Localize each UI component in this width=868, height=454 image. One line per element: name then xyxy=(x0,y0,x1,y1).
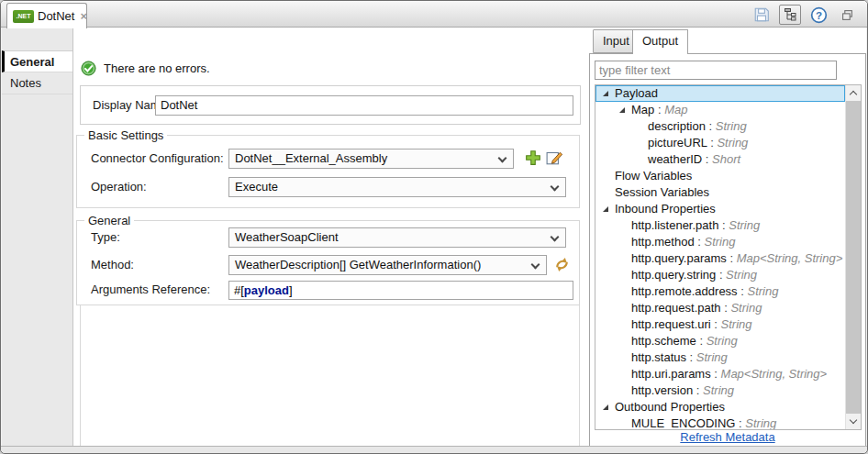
add-configuration-button[interactable] xyxy=(525,149,541,166)
type-separator: : xyxy=(727,251,737,265)
tree-item-name: http.listener.path xyxy=(631,218,718,232)
type-separator: : xyxy=(702,152,712,166)
method-select[interactable]: WeatherDescription[] GetWeatherInformati… xyxy=(228,255,547,275)
expand-arrow-icon[interactable] xyxy=(603,201,615,217)
tree-item-name: http.request.path xyxy=(631,301,721,315)
operation-select[interactable]: Execute xyxy=(228,177,566,197)
type-separator: : xyxy=(707,136,718,149)
app-window: .NET DotNet × xyxy=(0,0,868,454)
tree-item-http-listener-path[interactable]: http.listener.path : String xyxy=(595,217,845,234)
tree-item-flow-variables[interactable]: Flow Variables xyxy=(595,168,845,184)
tree-item-outbound-properties[interactable]: Outbound Properties xyxy=(595,399,845,415)
sidebar-item-notes[interactable]: Notes xyxy=(2,72,72,94)
chevron-down-icon xyxy=(551,233,560,242)
tree-item-type: String xyxy=(721,317,752,331)
tree-item-http-status[interactable]: http.status : String xyxy=(595,349,845,366)
tree-item-name: http.query.string xyxy=(631,268,716,282)
refresh-metadata-link[interactable]: Refresh Metadata xyxy=(680,430,774,444)
tree-item-http-query-params[interactable]: http.query.params : Map<String, String> xyxy=(595,250,845,267)
tree-item-http-request-path[interactable]: http.request.path : String xyxy=(595,300,845,316)
tree-item-http-query-string[interactable]: http.query.string : String xyxy=(595,267,845,283)
type-separator: : xyxy=(711,317,721,331)
edit-icon xyxy=(546,149,563,166)
edit-configuration-button[interactable] xyxy=(546,149,563,166)
scroll-up-icon[interactable] xyxy=(846,85,861,101)
expression-prefix: #[ xyxy=(234,283,244,297)
tree-scrollbar[interactable] xyxy=(845,85,861,429)
save-button[interactable] xyxy=(751,5,773,25)
tree-item-payload[interactable]: Payload xyxy=(595,85,845,102)
tree-item-type: Map<String, String> xyxy=(737,251,843,265)
type-separator: : xyxy=(711,367,721,381)
display-name-input[interactable] xyxy=(155,95,573,116)
tree-item-http-uri-params[interactable]: http.uri.params : Map<String, String> xyxy=(595,366,845,382)
tree-item-name: http.version xyxy=(631,383,693,397)
tree-item-http-method[interactable]: http.method : String xyxy=(595,234,845,250)
status-message: There are no errors. xyxy=(104,61,210,75)
tree-item-name: http.method xyxy=(631,235,695,249)
restore-window-button[interactable] xyxy=(836,5,858,25)
section-sidebar: GeneralNotes xyxy=(2,28,73,446)
tree-item-http-request-uri[interactable]: http.request.uri : String xyxy=(595,316,845,333)
type-separator: : xyxy=(738,284,748,298)
tree-item-http-remote-address[interactable]: http.remote.address : String xyxy=(595,283,845,300)
tree-item-name: Outbound Properties xyxy=(615,400,725,414)
metadata-panel-content: PayloadMap : Mapdescription : Stringpict… xyxy=(589,53,866,450)
tree-item-pictureurl[interactable]: pictureURL : String xyxy=(595,135,845,151)
tree-item-name: Flow Variables xyxy=(615,169,692,183)
tree-view-toggle-button[interactable] xyxy=(779,5,801,25)
tree-item-name: http.status xyxy=(631,350,686,364)
expand-arrow-icon[interactable] xyxy=(603,399,615,415)
tree-item-session-variables[interactable]: Session Variables xyxy=(595,184,845,201)
tree-item-name: http.scheme xyxy=(631,334,696,348)
restore-window-icon xyxy=(841,9,853,21)
tree-item-inbound-properties[interactable]: Inbound Properties xyxy=(595,201,845,217)
type-separator: : xyxy=(693,383,703,397)
operation-value: Execute xyxy=(235,180,278,194)
arguments-reference-input[interactable]: #[payload] xyxy=(228,281,573,300)
type-label: Type: xyxy=(91,230,120,244)
sidebar-item-general[interactable]: General xyxy=(2,50,72,72)
status-row: There are no errors. xyxy=(81,61,210,76)
tree-item-name: Session Variables xyxy=(615,185,709,199)
close-tab-icon[interactable]: × xyxy=(80,11,87,22)
chevron-down-icon xyxy=(498,154,507,163)
expand-arrow-icon[interactable] xyxy=(603,85,615,102)
view-toolbar: ? xyxy=(751,4,858,26)
refresh-methods-button[interactable] xyxy=(553,256,571,273)
method-value: WeatherDescription[] GetWeatherInformati… xyxy=(235,258,481,271)
expand-arrow-icon[interactable] xyxy=(619,102,631,118)
tree-item-type: Map<String, String> xyxy=(721,367,828,381)
general-group: General Type: WeatherSoapClient Method: … xyxy=(76,220,580,305)
tree-item-type: String xyxy=(707,334,738,348)
tree-item-type: String xyxy=(747,284,778,298)
editor-tab-dotnet[interactable]: .NET DotNet × xyxy=(6,3,87,28)
expression-body: payload xyxy=(244,283,289,297)
metadata-panel: Input Output PayloadMap : Mapdescription… xyxy=(589,29,866,450)
help-button[interactable]: ? xyxy=(807,5,829,25)
arguments-reference-label: Arguments Reference: xyxy=(91,282,210,296)
type-select[interactable]: WeatherSoapClient xyxy=(228,227,566,248)
tree-item-name: http.request.uri xyxy=(631,317,711,331)
tree-item-mule-encoding[interactable]: MULE_ENCODING : String xyxy=(595,415,845,429)
connector-configuration-select[interactable]: DotNet__External_Assembly xyxy=(228,149,514,169)
tree-item-name: Inbound Properties xyxy=(615,202,716,216)
metadata-filter-input[interactable] xyxy=(595,61,837,80)
tab-output[interactable]: Output xyxy=(632,29,688,54)
tree-item-name: Map xyxy=(631,103,654,116)
tree-item-type: String xyxy=(716,119,747,133)
basic-settings-group: Basic Settings Connector Configuration: … xyxy=(76,135,580,208)
tree-item-map[interactable]: Map : Map xyxy=(595,102,845,118)
type-separator: : xyxy=(686,350,696,364)
metadata-tree: PayloadMap : Mapdescription : Stringpict… xyxy=(595,84,862,430)
tree-item-description[interactable]: description : String xyxy=(595,118,845,135)
tree-item-http-version[interactable]: http.version : String xyxy=(595,382,845,399)
tree-item-type: String xyxy=(705,235,736,249)
type-separator: : xyxy=(721,301,731,315)
tree-item-name: http.query.params xyxy=(631,251,727,265)
scrollbar-thumb[interactable] xyxy=(846,101,861,414)
type-separator: : xyxy=(735,416,745,429)
scroll-down-icon[interactable] xyxy=(846,414,861,429)
tree-item-http-scheme[interactable]: http.scheme : String xyxy=(595,333,845,349)
tree-item-weatherid[interactable]: weatherID : Short xyxy=(595,151,845,168)
